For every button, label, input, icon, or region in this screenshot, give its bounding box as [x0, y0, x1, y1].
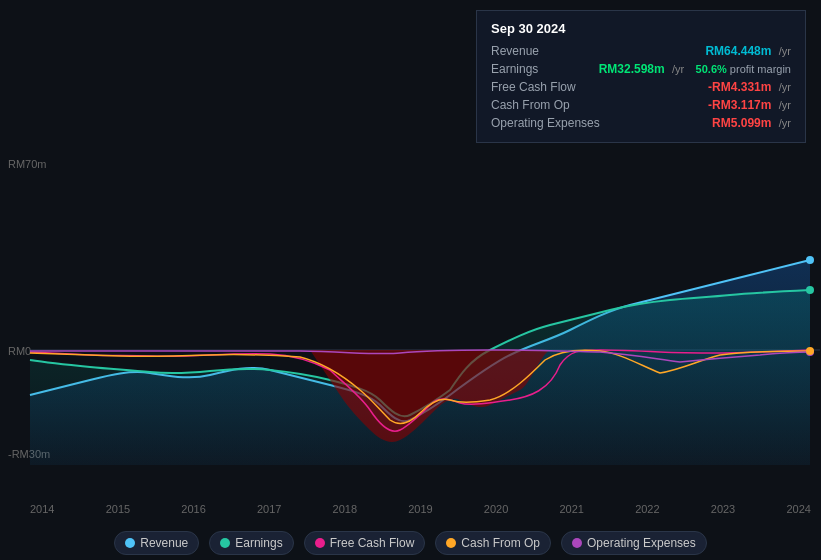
tooltip-date: Sep 30 2024	[491, 21, 791, 36]
tooltip-fcf-value: -RM4.331m /yr	[708, 80, 791, 94]
tooltip-cfo-row: Cash From Op -RM3.117m /yr	[491, 96, 791, 114]
x-label-2024: 2024	[786, 503, 810, 515]
tooltip-earnings-label: Earnings	[491, 62, 538, 76]
tooltip-cfo-label: Cash From Op	[491, 98, 570, 112]
legend-opex[interactable]: Operating Expenses	[561, 531, 707, 555]
tooltip-opex-value: RM5.099m /yr	[712, 116, 791, 130]
legend-revenue-label: Revenue	[140, 536, 188, 550]
tooltip-revenue-label: Revenue	[491, 44, 539, 58]
tooltip-fcf-label: Free Cash Flow	[491, 80, 576, 94]
x-axis-labels: 2014 2015 2016 2017 2018 2019 2020 2021 …	[30, 503, 811, 515]
x-label-2023: 2023	[711, 503, 735, 515]
chart-svg	[0, 155, 821, 475]
legend-revenue-dot	[125, 538, 135, 548]
x-label-2019: 2019	[408, 503, 432, 515]
chart-legend: Revenue Earnings Free Cash Flow Cash Fro…	[0, 531, 821, 555]
legend-fcf[interactable]: Free Cash Flow	[304, 531, 426, 555]
svg-point-2	[806, 286, 814, 294]
tooltip-earnings-row: Earnings RM32.598m /yr 50.6% profit marg…	[491, 60, 791, 78]
legend-earnings-dot	[220, 538, 230, 548]
legend-fcf-dot	[315, 538, 325, 548]
tooltip-fcf-row: Free Cash Flow -RM4.331m /yr	[491, 78, 791, 96]
legend-cfo[interactable]: Cash From Op	[435, 531, 551, 555]
svg-point-1	[806, 256, 814, 264]
x-label-2014: 2014	[30, 503, 54, 515]
tooltip-earnings-value: RM32.598m /yr 50.6% profit margin	[599, 62, 791, 76]
legend-cfo-dot	[446, 538, 456, 548]
x-label-2017: 2017	[257, 503, 281, 515]
x-label-2015: 2015	[106, 503, 130, 515]
legend-revenue[interactable]: Revenue	[114, 531, 199, 555]
legend-earnings-label: Earnings	[235, 536, 282, 550]
legend-opex-label: Operating Expenses	[587, 536, 696, 550]
tooltip-opex-row: Operating Expenses RM5.099m /yr	[491, 114, 791, 132]
x-label-2018: 2018	[333, 503, 357, 515]
tooltip-opex-label: Operating Expenses	[491, 116, 600, 130]
tooltip-revenue-value: RM64.448m /yr	[705, 44, 791, 58]
legend-cfo-label: Cash From Op	[461, 536, 540, 550]
tooltip-cfo-value: -RM3.117m /yr	[708, 98, 791, 112]
x-label-2022: 2022	[635, 503, 659, 515]
x-label-2021: 2021	[559, 503, 583, 515]
x-label-2016: 2016	[181, 503, 205, 515]
tooltip-revenue-row: Revenue RM64.448m /yr	[491, 42, 791, 60]
legend-fcf-label: Free Cash Flow	[330, 536, 415, 550]
data-tooltip: Sep 30 2024 Revenue RM64.448m /yr Earnin…	[476, 10, 806, 143]
x-label-2020: 2020	[484, 503, 508, 515]
legend-earnings[interactable]: Earnings	[209, 531, 293, 555]
legend-opex-dot	[572, 538, 582, 548]
svg-point-4	[806, 347, 814, 355]
